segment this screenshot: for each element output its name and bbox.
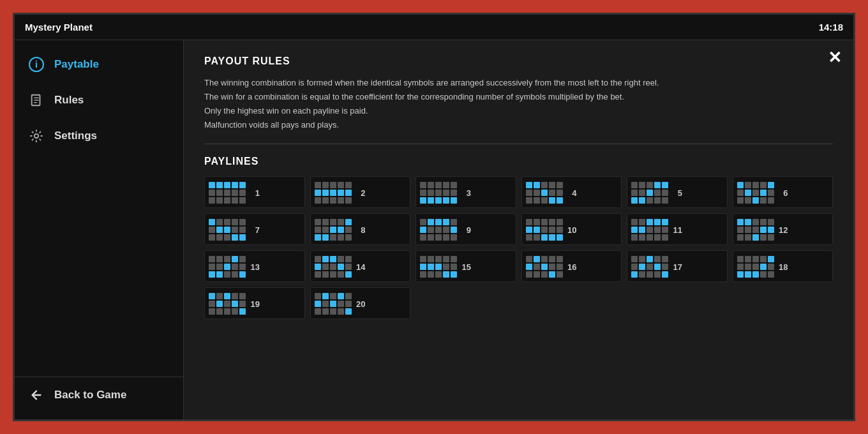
sidebar-rules-label: Rules xyxy=(54,94,84,107)
payline-visual xyxy=(209,219,246,241)
sidebar-item-settings[interactable]: Settings xyxy=(15,118,183,154)
payline-cell: 13 xyxy=(204,250,305,282)
payline-number: 10 xyxy=(567,225,577,235)
payline-visual xyxy=(315,182,352,204)
payline-visual xyxy=(209,256,246,278)
sidebar-paytable-label: Paytable xyxy=(54,58,99,71)
sidebar-item-rules[interactable]: Rules xyxy=(15,82,183,118)
top-bar: Mystery Planet 14:18 xyxy=(15,15,853,40)
payline-visual xyxy=(420,219,457,241)
payline-visual xyxy=(631,256,668,278)
payline-visual xyxy=(737,256,774,278)
app-frame: Mystery Planet 14:18 i Paytable xyxy=(13,13,855,421)
paylines-title: PAYLINES xyxy=(204,156,833,167)
payline-cell: 15 xyxy=(415,250,516,282)
payline-cell: 19 xyxy=(204,287,305,319)
payline-cell: 6 xyxy=(733,176,834,208)
payline-number: 17 xyxy=(672,262,682,272)
sidebar-settings-label: Settings xyxy=(54,130,97,142)
close-button[interactable]: ✕ xyxy=(828,49,842,66)
payline-visual xyxy=(420,256,457,278)
payline-number: 15 xyxy=(461,262,471,272)
payline-cell: 14 xyxy=(310,250,411,282)
payout-rules-title: PAYOUT RULES xyxy=(204,56,833,67)
payline-number: 2 xyxy=(355,188,366,198)
payline-visual xyxy=(209,182,246,204)
payline-cell: 8 xyxy=(310,213,411,245)
sidebar-item-paytable[interactable]: i Paytable xyxy=(15,47,183,82)
payline-cell: 20 xyxy=(310,287,411,319)
payline-cell: 9 xyxy=(415,213,516,245)
svg-text:i: i xyxy=(35,59,38,70)
main-content: i Paytable Rules xyxy=(15,40,853,419)
clock: 14:18 xyxy=(819,22,843,33)
payline-visual xyxy=(315,219,352,241)
payline-visual xyxy=(631,182,668,204)
payline-number: 8 xyxy=(355,225,366,235)
payline-visual xyxy=(526,219,563,241)
payline-cell: 16 xyxy=(521,250,622,282)
payline-number: 13 xyxy=(250,262,260,272)
payline-visual xyxy=(315,293,352,315)
payline-cell: 11 xyxy=(627,213,728,245)
payline-visual xyxy=(631,219,668,241)
payline-visual xyxy=(209,293,246,315)
payline-number: 7 xyxy=(250,225,260,235)
payout-rules-text: The winning combination is formed when t… xyxy=(204,76,833,132)
paylines-grid: 1234567891011121314151617181920 xyxy=(204,176,833,319)
payline-number: 3 xyxy=(461,188,471,198)
payline-cell: 12 xyxy=(733,213,834,245)
payline-visual xyxy=(526,182,563,204)
payline-cell: 18 xyxy=(733,250,834,282)
payline-visual xyxy=(737,182,774,204)
payline-cell: 4 xyxy=(521,176,622,208)
payline-cell: 10 xyxy=(521,213,622,245)
payline-cell: 3 xyxy=(415,176,516,208)
payline-number: 16 xyxy=(567,262,577,272)
payline-number: 12 xyxy=(778,225,788,235)
payline-cell: 2 xyxy=(310,176,411,208)
payline-cell: 7 xyxy=(204,213,305,245)
sidebar: i Paytable Rules xyxy=(15,40,184,419)
divider xyxy=(204,144,833,144)
book-icon xyxy=(27,91,45,109)
payline-cell: 5 xyxy=(627,176,728,208)
payline-number: 4 xyxy=(567,188,577,198)
payline-number: 20 xyxy=(355,299,366,309)
payline-cell: 1 xyxy=(204,176,305,208)
payline-number: 9 xyxy=(461,225,471,235)
svg-point-6 xyxy=(34,134,38,138)
payline-number: 5 xyxy=(672,188,682,198)
content-panel[interactable]: ✕ PAYOUT RULES The winning combination i… xyxy=(184,40,853,419)
back-arrow-icon xyxy=(27,386,45,404)
payline-cell: 17 xyxy=(627,250,728,282)
info-icon: i xyxy=(27,56,45,73)
payline-number: 1 xyxy=(250,188,260,198)
payline-number: 6 xyxy=(778,188,788,198)
payline-number: 14 xyxy=(355,262,366,272)
payline-number: 19 xyxy=(250,299,260,309)
payline-visual xyxy=(420,182,457,204)
payline-number: 11 xyxy=(672,225,682,235)
back-to-game-button[interactable]: Back to Game xyxy=(15,377,183,413)
payline-visual xyxy=(526,256,563,278)
payline-visual xyxy=(737,219,774,241)
payline-visual xyxy=(315,256,352,278)
back-to-game-label: Back to Game xyxy=(54,389,126,401)
payline-number: 18 xyxy=(778,262,788,272)
gear-icon xyxy=(27,127,45,145)
app-title: Mystery Planet xyxy=(25,22,93,33)
